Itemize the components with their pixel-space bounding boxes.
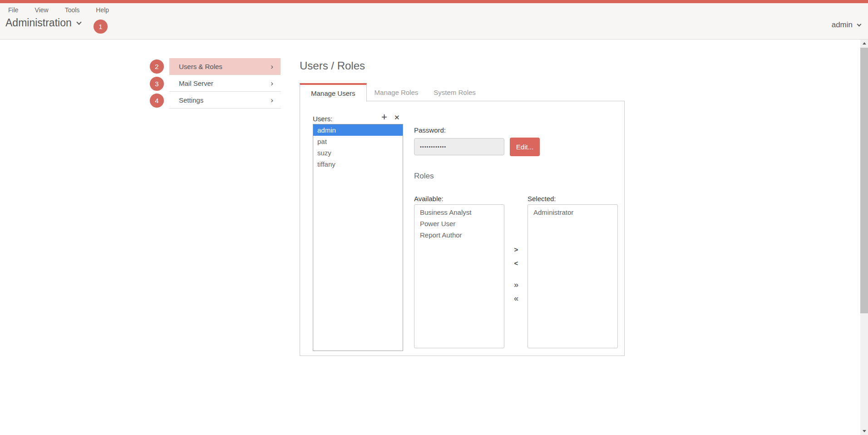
top-accent-bar — [0, 0, 868, 3]
available-roles-listbox: Business AnalystPower UserReport Author — [414, 204, 504, 348]
page-title: Administration — [5, 17, 72, 29]
triangle-down-icon — [863, 430, 866, 432]
scroll-down-button[interactable] — [860, 427, 868, 435]
scroll-up-button[interactable] — [860, 40, 868, 47]
menu-item[interactable]: Help — [96, 6, 109, 14]
sidebar-item[interactable]: Users & Roles › — [169, 58, 281, 75]
annotation-badge-1: 1 — [94, 20, 108, 34]
user-list-item[interactable]: pat — [313, 136, 403, 147]
user-menu-label: admin — [832, 20, 853, 30]
administration-app: FileViewToolsHelp Administration admin 1… — [0, 0, 868, 435]
move-all-left-button[interactable]: « — [511, 293, 522, 303]
annotation-badge-2: 2 — [150, 59, 164, 74]
menu-item[interactable]: File — [8, 6, 19, 14]
annotation-badge-4: 4 — [150, 94, 164, 108]
tab[interactable]: Manage Roles — [367, 83, 426, 101]
manage-users-panel: Users: + ✕ adminpatsuzytiffany Password:… — [300, 101, 625, 356]
triangle-up-icon — [863, 42, 866, 44]
header: FileViewToolsHelp Administration admin — [0, 3, 868, 40]
sidebar-item[interactable]: Mail Server › — [169, 75, 281, 92]
chevron-right-icon: › — [271, 96, 273, 104]
remove-user-icon[interactable]: ✕ — [394, 114, 400, 122]
tab[interactable]: Manage Users — [300, 83, 367, 102]
sidebar-item-label: Users & Roles — [179, 63, 271, 70]
vertical-scrollbar[interactable] — [860, 40, 868, 435]
edit-password-button[interactable]: Edit... — [510, 138, 540, 156]
role-list-item[interactable]: Power User — [414, 218, 504, 229]
menubar: FileViewToolsHelp — [8, 6, 125, 14]
perspective-switcher[interactable]: Administration — [5, 17, 81, 29]
section-title: Users / Roles — [300, 59, 365, 72]
move-right-button[interactable]: > — [511, 245, 522, 255]
user-list-item[interactable]: admin — [313, 124, 403, 136]
user-list-item[interactable]: tiffany — [313, 158, 403, 170]
role-list-item[interactable]: Business Analyst — [414, 207, 504, 218]
chevron-right-icon: › — [271, 79, 273, 87]
user-menu[interactable]: admin — [832, 20, 861, 30]
roles-heading: Roles — [414, 172, 434, 181]
sidebar-item[interactable]: Settings › — [169, 92, 281, 109]
available-roles-label: Available: — [414, 195, 444, 203]
password-label: Password: — [414, 126, 446, 134]
selected-roles-label: Selected: — [528, 195, 556, 203]
password-field[interactable]: •••••••••••• — [414, 138, 504, 155]
role-list-item[interactable]: Administrator — [528, 207, 617, 218]
users-listbox: adminpatsuzytiffany — [313, 124, 403, 351]
move-left-button[interactable]: < — [511, 258, 522, 268]
add-user-icon[interactable]: + — [381, 111, 387, 123]
admin-sidebar: Users & Roles › Mail Server › Settings › — [169, 58, 281, 109]
chevron-down-icon — [857, 22, 862, 26]
chevron-down-icon — [76, 20, 81, 25]
sidebar-item-label: Settings — [179, 96, 271, 104]
scrollbar-thumb[interactable] — [860, 48, 868, 313]
annotation-badge-3: 3 — [150, 77, 164, 91]
selected-roles-listbox: Administrator — [528, 204, 618, 348]
role-list-item[interactable]: Report Author — [414, 229, 504, 241]
tab[interactable]: System Roles — [426, 83, 483, 101]
sidebar-item-label: Mail Server — [179, 79, 271, 87]
user-list-item[interactable]: suzy — [313, 147, 403, 158]
chevron-right-icon: › — [271, 63, 273, 70]
tab-bar: Manage UsersManage RolesSystem Roles — [300, 83, 483, 101]
menu-item[interactable]: View — [35, 6, 49, 14]
move-all-right-button[interactable]: » — [511, 280, 522, 290]
users-label: Users: — [313, 115, 332, 123]
menu-item[interactable]: Tools — [65, 6, 80, 14]
